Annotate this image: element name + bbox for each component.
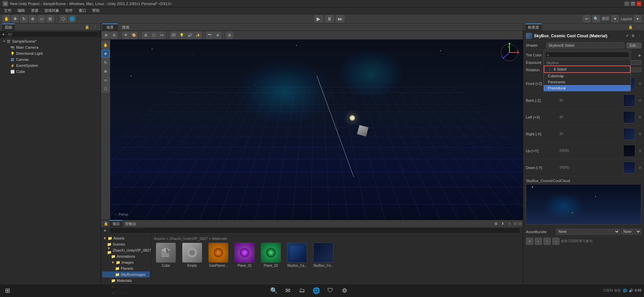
hierarchy-item-canvas[interactable]: 🖼 Canvas <box>0 56 101 62</box>
asset-skyboxca[interactable]: Skybox_Ca... <box>285 243 309 267</box>
down-preview[interactable] <box>623 162 635 174</box>
project-action-btn2[interactable]: ⬇ <box>500 221 505 226</box>
asset-gasplanet[interactable]: GasPlanet... <box>207 243 230 267</box>
search-btn[interactable]: 🔍 <box>593 15 600 23</box>
project-star-btn[interactable]: ☆ <box>507 221 512 226</box>
hierarchy-tab[interactable]: 层级 <box>2 24 15 31</box>
hierarchy-lock-btn[interactable]: 🔒 <box>83 25 91 30</box>
play-button[interactable]: ▶ <box>314 15 323 23</box>
tree-item-skyboximages[interactable]: 📁 SkyBoxImages <box>102 271 150 278</box>
tree-item-zhaoxiunity[interactable]: ▼ 📁 ZhaoXi_UnityVIP_0827 <box>102 247 150 253</box>
layout-dropdown[interactable]: ▾ <box>634 15 641 23</box>
hierarchy-item-cube[interactable]: ⬜ Cube <box>0 69 101 75</box>
tree-item-assets[interactable]: ▼ 📁 Assets <box>102 235 150 241</box>
scene-grid2-btn[interactable]: ⊞ <box>142 32 149 39</box>
taskbar-search[interactable]: 🔍 <box>268 285 280 297</box>
asset-plane02[interactable]: Plane_02 <box>259 243 283 267</box>
tool-hand[interactable]: ✋ <box>102 41 110 49</box>
dropdown-search-input[interactable] <box>545 52 629 58</box>
assetbundle-select2[interactable]: None <box>621 229 641 235</box>
menu-gameobject[interactable]: 游戏对象 <box>42 7 62 14</box>
toolbar-global-btn[interactable]: 🌐 <box>68 15 76 23</box>
inspector-open-btn[interactable]: ↗ <box>625 34 628 38</box>
inspector-tab[interactable]: 检查器 <box>525 24 542 31</box>
scene-gizmos-btn[interactable]: ⊕ <box>214 32 221 39</box>
toolbar-rect-tool[interactable]: ▭ <box>38 15 45 23</box>
taskbar-files[interactable]: 🗂 <box>296 285 308 297</box>
left-select-btn[interactable]: ⊙ <box>639 115 641 119</box>
scene-view-btn[interactable]: 👁 <box>122 32 130 39</box>
tool-move[interactable]: ✥ <box>102 50 110 58</box>
minimize-button[interactable]: − <box>624 1 629 6</box>
assetbundle-select1[interactable]: None <box>556 229 620 235</box>
project-lock-btn[interactable]: 🔒 <box>102 221 110 226</box>
hierarchy-add-btn[interactable]: + <box>2 32 5 37</box>
down-select-btn[interactable]: ⊙ <box>639 166 641 169</box>
shader-value[interactable]: Skybox/6 Sided <box>546 42 624 48</box>
inspector-add-btn[interactable]: + <box>526 238 533 245</box>
tool-scale[interactable]: ⊕ <box>102 67 110 75</box>
tool-rotate[interactable]: ↻ <box>102 58 110 67</box>
scene-vis-btn[interactable]: 👓 <box>158 32 166 39</box>
menu-window[interactable]: 窗口 <box>76 7 89 14</box>
scene-2d-btn[interactable]: 2D <box>170 32 177 39</box>
scene-audio-btn[interactable]: 🔊 <box>186 32 193 39</box>
pause-button[interactable]: ⏸ <box>325 15 334 23</box>
hierarchy-item-eventsystem[interactable]: ⚡ EventSystem <box>0 62 101 69</box>
project-tab[interactable]: 项目 <box>110 220 122 227</box>
tool-rect[interactable]: ▭ <box>102 76 110 84</box>
scene-render-btn[interactable]: ⊞ <box>226 32 233 39</box>
toolbar-transform-tool[interactable]: ⊞ <box>46 15 54 23</box>
history-btn[interactable]: ↩ <box>583 15 591 23</box>
toolbar-move-tool[interactable]: ✥ <box>11 15 19 23</box>
taskbar-settings[interactable]: ⚙ <box>338 285 351 297</box>
front-select-btn[interactable]: ⊙ <box>639 82 641 85</box>
up-preview[interactable] <box>623 145 635 157</box>
dropdown-item-6sided[interactable]: 6 Sided <box>544 66 631 73</box>
right-select-btn[interactable]: ⊙ <box>639 132 641 136</box>
project-search-input[interactable] <box>109 227 520 234</box>
asset-empty[interactable]: Empty <box>180 243 204 267</box>
project-add-btn[interactable]: + <box>104 228 106 233</box>
layers-dropdown[interactable]: ▾ <box>611 15 619 23</box>
scene-view2-btn[interactable]: 🎨 <box>130 32 138 39</box>
hierarchy-search-input[interactable] <box>6 31 99 37</box>
scene-view[interactable]: ← Persp <box>110 40 523 220</box>
tray-network[interactable]: 🌐 <box>623 289 627 292</box>
hierarchy-menu-btn[interactable]: ⋮ <box>92 25 99 30</box>
inspector-more-btn[interactable]: ⋮ <box>638 34 641 38</box>
asset-plane01[interactable]: Plane_01 <box>233 243 256 267</box>
toolbar-hand-tool[interactable]: ✋ <box>3 15 10 23</box>
hierarchy-item-maincamera[interactable]: 📷 Main Camera <box>0 44 101 50</box>
tray-volume[interactable]: 🔊 <box>629 289 633 292</box>
scene-fx-btn[interactable]: ✨ <box>194 32 202 39</box>
right-preview[interactable] <box>623 128 635 140</box>
console-tab[interactable]: 控制台 <box>122 220 139 227</box>
scene-grid-btn[interactable]: ⊟ <box>110 32 118 39</box>
tint-arrow-btn[interactable]: ▶ <box>639 53 641 57</box>
menu-edit[interactable]: 编辑 <box>15 7 28 14</box>
toolbar-pivot-btn[interactable]: ⬡ <box>60 15 67 23</box>
tree-item-materials[interactable]: 📁 Materials <box>102 278 150 284</box>
taskbar-start[interactable]: ⊞ <box>0 287 15 294</box>
menu-file[interactable]: 文件 <box>1 7 14 14</box>
close-button[interactable]: × <box>637 1 641 6</box>
inspector-menu-btn[interactable]: ⋮ <box>636 25 642 30</box>
scene-tab[interactable]: 场景 <box>102 24 118 31</box>
scene-cam-btn[interactable]: 📷 <box>206 32 213 39</box>
back-preview[interactable] <box>623 94 635 107</box>
hierarchy-item-samplescene[interactable]: ▼ 🎬 SampleScene* <box>0 38 101 44</box>
project-action-btn1[interactable]: ⊞ <box>493 221 499 226</box>
dropdown-item-procedural[interactable]: Procedural <box>544 85 631 91</box>
asset-cube[interactable]: Cube <box>154 243 178 267</box>
inspector-settings-btn[interactable]: ⚙ <box>632 34 635 38</box>
game-tab[interactable]: 游戏 <box>118 24 133 31</box>
inspector-down-btn[interactable]: ↓ <box>552 238 560 245</box>
tree-item-planets[interactable]: 📁 Planets <box>102 265 150 271</box>
shader-edit-btn[interactable]: Edit... <box>627 43 641 48</box>
menu-assets[interactable]: 资源 <box>28 7 41 14</box>
tree-item-images[interactable]: ▼ 📁 Images <box>102 259 150 265</box>
tool-transform[interactable]: ⬡ <box>102 85 110 93</box>
taskbar-browser[interactable]: 🌐 <box>310 285 322 297</box>
inspector-up-btn[interactable]: ↑ <box>543 238 551 245</box>
